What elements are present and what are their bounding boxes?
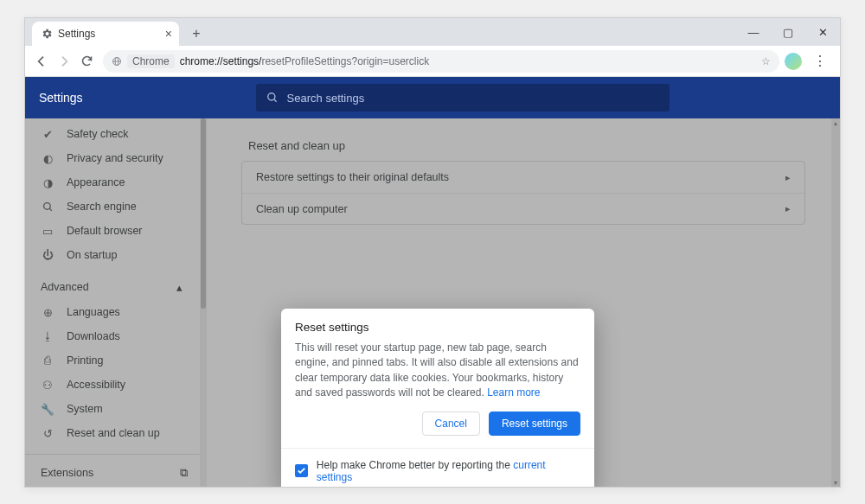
cancel-button[interactable]: Cancel	[422, 411, 480, 436]
wrench-icon: 🔧	[41, 403, 54, 416]
close-icon[interactable]: ×	[165, 27, 172, 41]
palette-icon: ◑	[41, 176, 54, 189]
search-icon	[41, 201, 54, 213]
scroll-down-icon: ▾	[831, 478, 840, 487]
download-icon: ⭳	[41, 330, 54, 342]
gear-icon	[41, 28, 53, 40]
minimize-button[interactable]: —	[736, 18, 771, 46]
divider	[25, 454, 207, 455]
reset-settings-button[interactable]: Reset settings	[489, 411, 580, 436]
sidebar-scrollbar[interactable]	[200, 118, 207, 487]
settings-body: ✔Safety check ◐Privacy and security ◑App…	[25, 118, 840, 487]
search-placeholder: Search settings	[287, 92, 365, 105]
settings-sidebar: ✔Safety check ◐Privacy and security ◑App…	[25, 118, 207, 487]
forward-button[interactable]	[53, 50, 75, 73]
settings-header: Settings Search settings	[25, 77, 840, 118]
chevron-up-icon: ▴	[176, 281, 183, 294]
profile-avatar[interactable]	[785, 53, 802, 70]
reset-settings-dialog: Reset settings This will reset your star…	[281, 309, 594, 487]
chevron-right-icon: ▸	[785, 203, 791, 214]
sidebar-item-privacy[interactable]: ◐Privacy and security	[25, 146, 207, 170]
external-link-icon: ⧉	[180, 467, 188, 480]
dialog-body: This will reset your startup page, new t…	[281, 341, 594, 411]
sidebar-extensions[interactable]: Extensions ⧉	[25, 460, 207, 486]
sidebar-item-downloads[interactable]: ⭳Downloads	[25, 324, 207, 348]
globe-icon: ⊕	[41, 306, 54, 319]
printer-icon: ⎙	[41, 354, 54, 367]
address-bar: Chrome chrome://settings/resetProfileSet…	[25, 46, 840, 77]
browser-icon: ▭	[41, 225, 54, 238]
close-window-button[interactable]: ✕	[805, 18, 840, 46]
sidebar-item-printing[interactable]: ⎙Printing	[25, 348, 207, 373]
learn-more-link[interactable]: Learn more	[487, 386, 540, 399]
shield-check-icon: ✔	[41, 128, 54, 141]
omnibox[interactable]: Chrome chrome://settings/resetProfileSet…	[103, 50, 779, 73]
chevron-right-icon: ▸	[785, 172, 791, 183]
power-icon: ⏻	[41, 249, 54, 261]
url-tail: resetProfileSettings?origin=userclick	[261, 55, 429, 67]
sidebar-advanced-toggle[interactable]: Advanced ▴	[25, 274, 207, 300]
sidebar-item-appearance[interactable]: ◑Appearance	[25, 170, 207, 195]
url-chip: Chrome	[127, 54, 175, 68]
cleanup-computer-row[interactable]: Clean up computer ▸	[242, 193, 804, 224]
sidebar-item-startup[interactable]: ⏻On startup	[25, 243, 207, 267]
dialog-footer: Help make Chrome better by reporting the…	[281, 448, 594, 487]
svg-line-6	[49, 208, 52, 211]
sidebar-item-safety[interactable]: ✔Safety check	[25, 122, 207, 146]
menu-button[interactable]: ⋮	[809, 50, 831, 73]
maximize-button[interactable]: ▢	[771, 18, 805, 46]
content-scrollbar[interactable]: ▴ ▾	[831, 118, 840, 487]
sidebar-item-search-engine[interactable]: Search engine	[25, 195, 207, 219]
sidebar-item-system[interactable]: 🔧System	[25, 397, 207, 421]
browser-tab[interactable]: Settings ×	[32, 22, 179, 46]
dialog-title: Reset settings	[281, 309, 594, 341]
svg-line-4	[273, 99, 276, 102]
sidebar-item-accessibility[interactable]: ⚇Accessibility	[25, 373, 207, 397]
search-settings-input[interactable]: Search settings	[256, 84, 670, 112]
sidebar-item-languages[interactable]: ⊕Languages	[25, 300, 207, 324]
window-controls: — ▢ ✕	[736, 18, 840, 46]
settings-title: Settings	[39, 91, 83, 105]
sidebar-about[interactable]: About Chrome	[25, 486, 207, 487]
tab-title: Settings	[58, 28, 95, 40]
accessibility-icon: ⚇	[41, 379, 54, 392]
reset-panel: Restore settings to their original defau…	[241, 161, 805, 225]
bookmark-star-icon[interactable]: ☆	[761, 55, 771, 67]
back-button[interactable]	[30, 50, 53, 73]
section-title: Reset and clean up	[248, 139, 805, 152]
svg-point-5	[43, 202, 50, 209]
sidebar-item-default-browser[interactable]: ▭Default browser	[25, 219, 207, 243]
reload-button[interactable]	[75, 50, 98, 73]
browser-window: Settings × + — ▢ ✕ Chrome chrome://setti…	[24, 17, 841, 488]
svg-point-3	[267, 93, 274, 100]
url-head: chrome://settings/	[180, 55, 262, 67]
new-tab-button[interactable]: +	[188, 25, 205, 42]
sidebar-item-reset[interactable]: ↺Reset and clean up	[25, 421, 207, 445]
footer-text: Help make Chrome better by reporting the…	[317, 459, 580, 483]
restore-icon: ↺	[41, 427, 54, 440]
restore-defaults-row[interactable]: Restore settings to their original defau…	[242, 162, 804, 193]
shield-icon: ◐	[41, 152, 54, 165]
titlebar: Settings × + — ▢ ✕	[25, 18, 840, 46]
report-checkbox[interactable]	[295, 464, 308, 477]
scroll-up-icon: ▴	[831, 118, 840, 127]
